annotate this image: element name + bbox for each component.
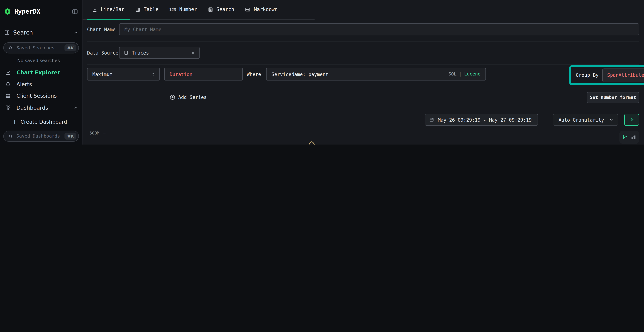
data-source-select[interactable]: Traces <box>119 47 200 59</box>
tab-number[interactable]: 123 Number <box>164 0 202 19</box>
sidebar-item-label: Dashboards <box>16 105 74 111</box>
sidebar-item-chart-explorer[interactable]: Chart Explorer <box>0 66 82 78</box>
hyperdx-app: HyperDX Search Saved Searches ⌘K No save… <box>0 0 644 144</box>
sidebar: HyperDX Search Saved Searches ⌘K No save… <box>0 0 82 144</box>
logo-row: HyperDX <box>0 0 82 23</box>
chevron-up-icon[interactable] <box>74 30 78 35</box>
group-by-highlight-annotation: Group By SpanAttributes['app.payment.car… <box>569 65 644 85</box>
tab-search[interactable]: Search <box>202 0 240 19</box>
sidebar-item-label: Alerts <box>16 82 78 88</box>
dashboard-grid-icon <box>5 105 11 111</box>
sidebar-section-label: Search <box>13 29 73 36</box>
lucene-toggle[interactable]: Lucene <box>464 71 480 77</box>
chart-name-label: Chart Name <box>87 27 116 32</box>
group-by-function: SpanAttributes <box>607 72 644 78</box>
markdown-icon <box>245 7 250 12</box>
select-chevrons-icon <box>151 72 155 77</box>
shortcut-badge: ⌘K <box>64 133 76 140</box>
shortcut-badge: ⌘K <box>64 44 76 51</box>
chart-type-tabs: Line/Bar Table 123 Number Search <box>82 0 314 20</box>
tab-table[interactable]: Table <box>130 0 164 19</box>
field-input[interactable]: Duration <box>164 68 243 80</box>
date-range-input[interactable]: May 26 09:29:19 - May 27 09:29:19 <box>425 114 538 126</box>
saved-dashboards-placeholder: Saved Dashboards <box>16 134 64 139</box>
run-query-button[interactable] <box>624 114 639 126</box>
aggregation-select[interactable]: Maximum <box>87 68 160 80</box>
number-123-icon: 123 <box>169 7 176 12</box>
search-icon <box>8 46 13 50</box>
search-list-icon <box>208 7 213 12</box>
granularity-value: Auto Granularity <box>558 117 609 122</box>
no-saved-searches: No saved searches <box>17 58 60 63</box>
field-value: Duration <box>170 71 192 77</box>
saved-searches-input[interactable]: Saved Searches ⌘K <box>3 42 79 53</box>
timeseries-chart[interactable]: 600M450M300M150M0May 26 9:00:00 AM12:30:… <box>82 128 644 144</box>
data-source-value: Traces <box>132 50 149 56</box>
line-chart-icon <box>92 7 97 12</box>
plus-icon: + <box>12 119 17 125</box>
sidebar-item-dashboards[interactable]: Dashboards <box>0 102 82 114</box>
sidebar-item-label: Chart Explorer <box>16 70 78 76</box>
granularity-select[interactable]: Auto Granularity <box>553 114 618 126</box>
divider <box>86 42 639 42</box>
sidebar-item-alerts[interactable]: Alerts <box>0 78 82 90</box>
hyperdx-logo-icon <box>4 8 11 15</box>
select-chevrons-icon <box>191 50 195 55</box>
date-range-value: May 26 09:29:19 - May 27 09:29:19 <box>438 117 532 122</box>
sidebar-collapse-icon[interactable] <box>72 8 78 14</box>
laptop-icon <box>5 93 11 99</box>
aggregation-value: Maximum <box>92 71 112 77</box>
chart-name-placeholder: My Chart Name <box>124 26 162 32</box>
sidebar-section-search[interactable]: Search <box>0 27 82 38</box>
toggle-divider: | <box>459 71 462 77</box>
chevron-down-icon <box>609 118 614 122</box>
chevron-up-icon[interactable] <box>74 106 78 110</box>
group-by-label: Group By <box>576 72 598 78</box>
sidebar-divider <box>0 38 82 38</box>
chart-name-input[interactable]: My Chart Name <box>119 24 639 36</box>
divider <box>86 64 639 65</box>
where-input[interactable]: ServiceName: payment SQL|Lucene <box>266 68 486 80</box>
sql-toggle[interactable]: SQL <box>448 71 457 77</box>
table-icon <box>135 7 140 12</box>
svg-text:600M: 600M <box>90 131 99 136</box>
bell-icon <box>5 82 11 88</box>
data-source-label: Data Source <box>87 50 118 56</box>
search-icon <box>8 134 13 139</box>
app-title: HyperDX <box>14 8 72 15</box>
journal-icon <box>4 30 10 35</box>
set-number-format-button[interactable]: Set number format <box>587 92 639 103</box>
circle-plus-icon <box>170 94 175 100</box>
chart-explorer-icon <box>5 70 11 76</box>
database-icon <box>124 50 128 56</box>
saved-searches-placeholder: Saved Searches <box>16 45 64 50</box>
main-content: Line/Bar Table 123 Number Search <box>82 0 644 144</box>
where-label: Where <box>247 71 261 77</box>
calendar-icon <box>429 117 434 122</box>
tab-markdown[interactable]: Markdown <box>240 0 283 19</box>
sidebar-item-client-sessions[interactable]: Client Sessions <box>0 90 82 102</box>
saved-dashboards-input[interactable]: Saved Dashboards ⌘K <box>3 130 79 142</box>
tab-line-bar[interactable]: Line/Bar <box>86 0 130 20</box>
play-icon <box>629 117 634 122</box>
group-by-input[interactable]: SpanAttributes['app.payment.card_type'] <box>603 68 644 82</box>
divider <box>86 86 639 86</box>
sidebar-item-label: Client Sessions <box>16 93 78 99</box>
add-series-button[interactable]: Add Series <box>170 94 206 100</box>
create-dashboard-button[interactable]: +Create Dashboard <box>12 119 67 125</box>
where-value: ServiceName: payment <box>272 71 328 77</box>
